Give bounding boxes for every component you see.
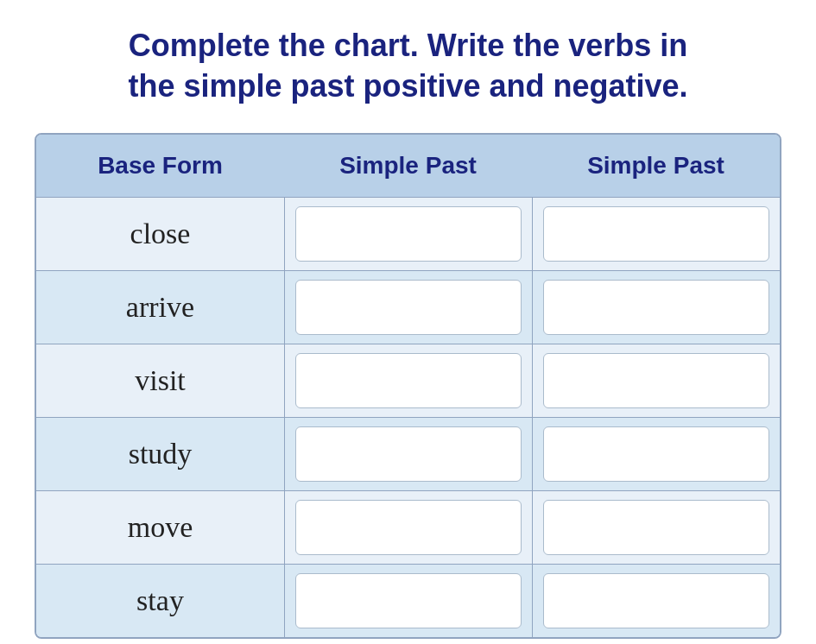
base-form-cell-3: study [36, 418, 284, 490]
table-row: arrive [36, 270, 780, 344]
simple-past-neg-cell-1[interactable] [532, 271, 780, 344]
simple-past-neg-cell-0[interactable] [532, 198, 780, 270]
simple-past-pos-cell-0[interactable] [284, 198, 532, 270]
simple-past-pos-input-1[interactable] [295, 280, 522, 335]
simple-past-neg-input-5[interactable] [543, 573, 769, 628]
simple-past-neg-input-0[interactable] [543, 206, 769, 262]
header-simple-past-pos: Simple Past [284, 145, 532, 186]
simple-past-neg-input-3[interactable] [543, 426, 769, 482]
table-header-row: Base Form Simple Past Simple Past [36, 135, 780, 197]
simple-past-neg-cell-2[interactable] [532, 344, 780, 417]
simple-past-pos-cell-4[interactable] [284, 491, 532, 564]
simple-past-pos-cell-5[interactable] [284, 565, 532, 637]
simple-past-neg-input-1[interactable] [543, 280, 769, 335]
base-form-cell-1: arrive [36, 271, 284, 344]
table-row: close [36, 197, 780, 270]
base-form-cell-2: visit [36, 344, 284, 417]
simple-past-pos-input-5[interactable] [295, 573, 522, 628]
table-row: stay [36, 564, 780, 637]
table-body: closearrivevisitstudymovestay [36, 197, 780, 637]
simple-past-pos-input-2[interactable] [295, 353, 522, 408]
base-form-cell-0: close [36, 198, 284, 270]
base-form-cell-5: stay [36, 565, 284, 637]
simple-past-pos-cell-3[interactable] [284, 418, 532, 490]
simple-past-pos-input-0[interactable] [295, 206, 522, 262]
simple-past-pos-cell-1[interactable] [284, 271, 532, 344]
simple-past-pos-cell-2[interactable] [284, 344, 532, 417]
table-row: visit [36, 344, 780, 417]
verb-chart-table: Base Form Simple Past Simple Past closea… [35, 133, 781, 639]
simple-past-neg-input-4[interactable] [543, 500, 769, 555]
table-row: study [36, 417, 780, 490]
simple-past-neg-cell-3[interactable] [532, 418, 780, 490]
simple-past-pos-input-3[interactable] [295, 426, 522, 482]
page-title: Complete the chart. Write the verbs in t… [128, 26, 687, 107]
header-base-form: Base Form [36, 145, 284, 186]
simple-past-neg-cell-5[interactable] [532, 565, 780, 637]
base-form-cell-4: move [36, 491, 284, 564]
simple-past-neg-input-2[interactable] [543, 353, 769, 408]
header-simple-past-neg: Simple Past [532, 145, 780, 186]
table-row: move [36, 490, 780, 564]
simple-past-pos-input-4[interactable] [295, 500, 522, 555]
simple-past-neg-cell-4[interactable] [532, 491, 780, 564]
